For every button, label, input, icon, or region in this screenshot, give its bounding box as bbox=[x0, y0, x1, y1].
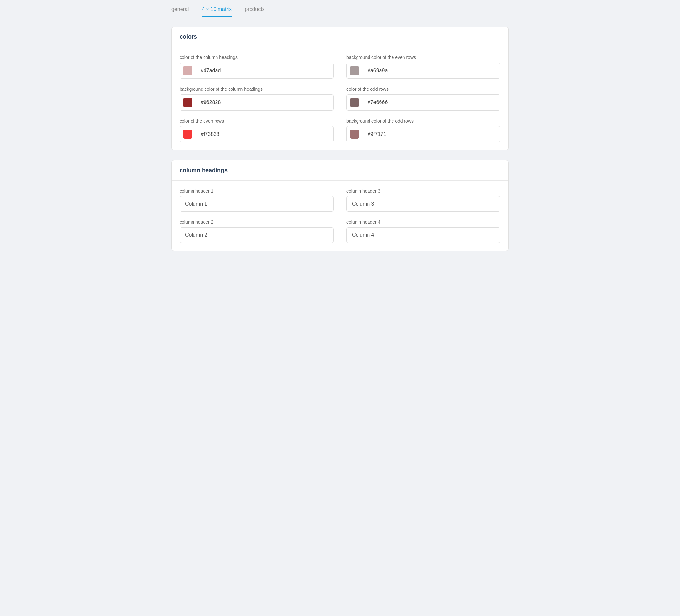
label-color-even-rows: color of the even rows bbox=[179, 118, 334, 123]
swatch-bg-even-rows[interactable] bbox=[347, 63, 362, 79]
label-color-odd-rows: color of the odd rows bbox=[346, 87, 501, 92]
color-input-color-odd-rows bbox=[346, 94, 501, 111]
input-column-header-3[interactable] bbox=[346, 196, 501, 212]
swatch-inner-color-odd-rows bbox=[350, 98, 359, 107]
swatch-bg-column-headings[interactable] bbox=[180, 95, 195, 110]
label-column-header-1: column header 1 bbox=[179, 188, 334, 194]
field-bg-color-column-headings: background color of the column headings bbox=[179, 87, 334, 111]
input-bg-color-even-rows[interactable] bbox=[362, 64, 500, 78]
input-bg-color-odd-rows[interactable] bbox=[362, 128, 500, 141]
field-color-odd-rows: color of the odd rows bbox=[346, 87, 501, 111]
label-column-header-4: column header 4 bbox=[346, 220, 501, 225]
field-bg-color-odd-rows: background color of the odd rows bbox=[346, 118, 501, 142]
colors-card-header: colors bbox=[172, 27, 508, 47]
field-color-even-rows: color of the even rows bbox=[179, 118, 334, 142]
swatch-inner-bg-odd-rows bbox=[350, 130, 359, 139]
input-bg-color-column-headings[interactable] bbox=[195, 96, 333, 109]
label-bg-color-even-rows: background color of the even rows bbox=[346, 55, 501, 60]
swatch-color-odd-rows[interactable] bbox=[347, 95, 362, 110]
field-column-header-1: column header 1 bbox=[179, 188, 334, 212]
input-color-odd-rows[interactable] bbox=[362, 96, 500, 109]
tab-matrix[interactable]: 4 × 10 matrix bbox=[202, 6, 232, 17]
swatch-color-even-rows[interactable] bbox=[180, 127, 195, 142]
field-column-header-3: column header 3 bbox=[346, 188, 501, 212]
swatch-inner-bg-even-rows bbox=[350, 66, 359, 75]
label-column-header-3: column header 3 bbox=[346, 188, 501, 194]
colors-card-title: colors bbox=[179, 33, 501, 40]
swatch-bg-odd-rows[interactable] bbox=[347, 127, 362, 142]
label-column-header-2: column header 2 bbox=[179, 220, 334, 225]
column-headings-card-title: column headings bbox=[179, 167, 501, 174]
input-column-header-4[interactable] bbox=[346, 227, 501, 243]
color-input-color-column-headings bbox=[179, 62, 334, 79]
colors-card: colors color of the column headings back bbox=[171, 27, 509, 150]
swatch-color-column-headings[interactable] bbox=[180, 63, 195, 79]
tab-products[interactable]: products bbox=[245, 6, 264, 17]
input-column-header-1[interactable] bbox=[179, 196, 334, 212]
tabs-nav: general 4 × 10 matrix products bbox=[171, 6, 509, 17]
tab-general[interactable]: general bbox=[171, 6, 189, 17]
swatch-inner-bg-column-headings bbox=[183, 98, 192, 107]
column-headings-fields-grid: column header 1 column header 3 column h… bbox=[179, 188, 501, 243]
input-color-even-rows[interactable] bbox=[195, 128, 333, 141]
field-column-header-2: column header 2 bbox=[179, 220, 334, 243]
input-color-column-headings[interactable] bbox=[195, 64, 333, 78]
swatch-inner-color-even-rows bbox=[183, 130, 192, 139]
column-headings-card-header: column headings bbox=[172, 161, 508, 180]
colors-card-body: color of the column headings background … bbox=[172, 47, 508, 150]
label-bg-color-column-headings: background color of the column headings bbox=[179, 87, 334, 92]
swatch-inner-color-column-headings bbox=[183, 66, 192, 75]
page-container: general 4 × 10 matrix products colors co… bbox=[162, 0, 518, 267]
input-column-header-2[interactable] bbox=[179, 227, 334, 243]
field-column-header-4: column header 4 bbox=[346, 220, 501, 243]
color-input-bg-even-rows bbox=[346, 62, 501, 79]
column-headings-card: column headings column header 1 column h… bbox=[171, 160, 509, 251]
color-input-color-even-rows bbox=[179, 126, 334, 142]
field-color-column-headings: color of the column headings bbox=[179, 55, 334, 79]
color-input-bg-column-headings bbox=[179, 94, 334, 111]
field-bg-color-even-rows: background color of the even rows bbox=[346, 55, 501, 79]
color-input-bg-odd-rows bbox=[346, 126, 501, 142]
label-bg-color-odd-rows: background color of the odd rows bbox=[346, 118, 501, 123]
column-headings-card-body: column header 1 column header 3 column h… bbox=[172, 180, 508, 251]
colors-fields-grid: color of the column headings background … bbox=[179, 55, 501, 142]
label-color-column-headings: color of the column headings bbox=[179, 55, 334, 60]
